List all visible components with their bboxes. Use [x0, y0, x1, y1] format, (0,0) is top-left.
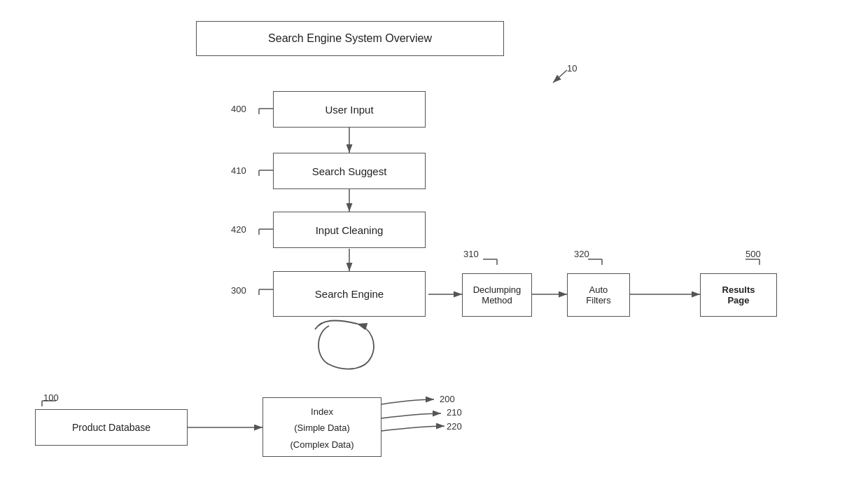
- ref-420: 420: [231, 224, 246, 235]
- search-suggest-box: Search Suggest: [273, 153, 426, 189]
- ref-210: 210: [447, 407, 462, 418]
- user-input-box: User Input: [273, 91, 426, 128]
- ref-300: 300: [231, 285, 246, 296]
- complex-data-label: (Complex Data): [290, 437, 354, 453]
- ref-220: 220: [447, 421, 462, 432]
- results-page-box: Results Page: [700, 273, 777, 317]
- simple-data-label: (Simple Data): [290, 420, 354, 436]
- ref-10: 10: [567, 63, 577, 74]
- index-box: Index (Simple Data) (Complex Data): [262, 397, 382, 457]
- ref-500: 500: [746, 249, 761, 259]
- index-label: Index: [290, 404, 354, 420]
- auto-filters-box: Auto Filters: [567, 273, 630, 317]
- product-database-box: Product Database: [35, 409, 188, 446]
- title-box: Search Engine System Overview: [196, 21, 504, 56]
- input-cleaning-box: Input Cleaning: [273, 212, 426, 248]
- ref-200: 200: [440, 394, 455, 404]
- declumping-method-box: Declumping Method: [462, 273, 532, 317]
- search-engine-box: Search Engine: [273, 271, 426, 317]
- ref-410: 410: [231, 165, 246, 176]
- ref-310: 310: [463, 249, 479, 259]
- ref-400: 400: [231, 104, 246, 114]
- ref-320: 320: [574, 249, 589, 259]
- ref-100: 100: [43, 392, 59, 403]
